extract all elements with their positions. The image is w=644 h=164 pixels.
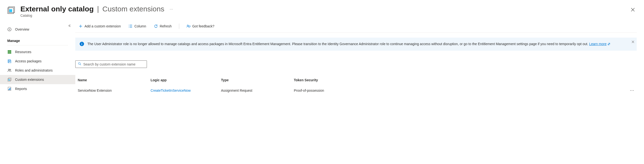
main-content: Add a custom extension Column [75,20,644,164]
sidebar-item-label: Roles and administrators [15,68,53,72]
sidebar-item-access-packages[interactable]: Access packages [0,56,75,66]
sidebar-item-label: Access packages [15,59,42,63]
page-breadcrumb: Catalog [20,13,637,17]
svg-line-40 [80,64,81,65]
feedback-icon [186,24,190,28]
sidebar-item-label: Reports [15,87,27,91]
learn-more-link[interactable]: Learn more [589,41,610,47]
svg-point-39 [78,63,80,65]
svg-point-37 [82,43,82,43]
svg-rect-9 [8,51,9,52]
svg-rect-8 [10,50,11,51]
sidebar-item-label: Overview [15,27,29,31]
feedback-button[interactable]: Got feedback? [186,23,215,29]
info-banner: The User Administrator role is no longer… [75,38,637,51]
svg-rect-2 [9,9,12,12]
info-icon [80,42,84,47]
svg-rect-6 [8,50,9,51]
extension-icon [7,77,12,82]
toolbar: Add a custom extension Column [75,20,637,33]
sidebar-item-overview[interactable]: Overview [0,25,75,34]
svg-rect-11 [10,51,11,52]
row-more-button[interactable]: ··· [624,88,637,93]
svg-rect-10 [9,51,10,52]
toolbar-label: Column [134,24,146,28]
column-header-name[interactable]: Name [78,78,150,82]
sidebar-item-label: Resources [15,50,31,54]
sidebar-item-roles[interactable]: Roles and administrators [0,66,75,75]
page-subtitle-section: Custom extensions [102,5,164,13]
search-box[interactable] [75,60,147,68]
catalog-icon [7,6,16,15]
sidebar-section-manage: Manage [7,34,68,45]
toolbar-label: Refresh [160,24,172,28]
banner-text: The User Administrator role is no longer… [88,42,589,46]
refresh-button[interactable]: Refresh [154,23,172,29]
sidebar-item-reports[interactable]: Reports [0,84,75,93]
toolbar-divider [179,23,179,29]
extensions-table: Name Logic app Type Token Security Servi… [75,75,637,96]
column-header-token[interactable]: Token Security [294,78,624,82]
cell-token: Proof-of-possession [294,89,624,92]
search-input[interactable] [83,62,144,66]
column-header-logic-app[interactable]: Logic app [150,78,221,82]
cell-type: Assignment Request [221,89,294,92]
report-icon [7,87,12,91]
banner-close-button[interactable] [631,39,635,45]
svg-point-21 [10,69,11,70]
link-label: Learn more [589,41,606,47]
svg-rect-27 [9,88,10,90]
svg-rect-38 [82,43,82,45]
svg-point-20 [8,69,10,70]
refresh-icon [154,24,158,28]
cell-logic-app-link[interactable]: CreateTicketInServiceNow [150,89,221,92]
column-header-type[interactable]: Type [221,78,294,82]
header-more-button[interactable]: ··· [168,6,175,12]
svg-rect-12 [8,53,9,54]
svg-rect-28 [10,88,10,90]
page-header: External only catalog | Custom extension… [0,0,644,20]
add-extension-button[interactable]: Add a custom extension [78,23,121,29]
table-row[interactable]: ServiceNow Extension CreateTicketInServi… [75,85,637,96]
svg-point-35 [187,25,188,26]
sidebar: Overview Manage [0,20,75,164]
sidebar-item-label: Custom extensions [15,78,44,82]
title-divider: | [97,5,99,13]
package-icon [7,59,12,63]
svg-rect-24 [8,79,10,81]
svg-rect-14 [10,53,11,54]
svg-rect-7 [9,50,10,51]
info-icon [7,27,12,31]
grid-icon [7,50,12,54]
plus-icon [79,24,82,28]
toolbar-label: Got feedback? [192,24,214,28]
table-header: Name Logic app Type Token Security [75,75,637,85]
close-button[interactable] [629,6,637,13]
sidebar-item-resources[interactable]: Resources [0,47,75,56]
svg-rect-5 [9,29,10,30]
collapse-sidebar-button[interactable] [66,22,73,29]
cell-name: ServiceNow Extension [78,89,150,92]
column-button[interactable]: Column [128,23,146,29]
search-icon [78,62,81,66]
svg-rect-26 [8,89,9,90]
external-link-icon [608,43,610,45]
people-icon [7,68,12,73]
svg-point-4 [9,28,10,29]
sidebar-item-custom-extensions[interactable]: Custom extensions [0,75,75,84]
svg-rect-13 [9,53,10,54]
toolbar-label: Add a custom extension [84,24,121,28]
column-icon [128,24,132,28]
page-title: External only catalog [20,5,94,13]
